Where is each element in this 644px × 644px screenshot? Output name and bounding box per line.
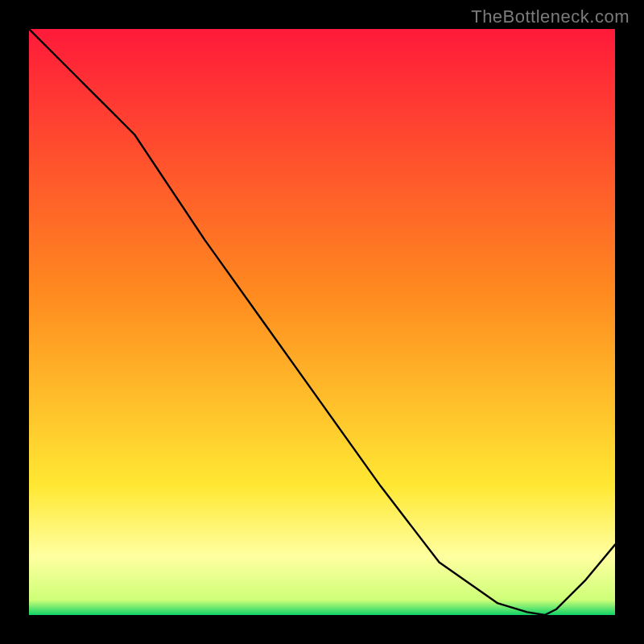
plot-area	[29, 29, 615, 615]
watermark-text: TheBottleneck.com	[471, 6, 630, 27]
chart-curve	[29, 29, 615, 615]
